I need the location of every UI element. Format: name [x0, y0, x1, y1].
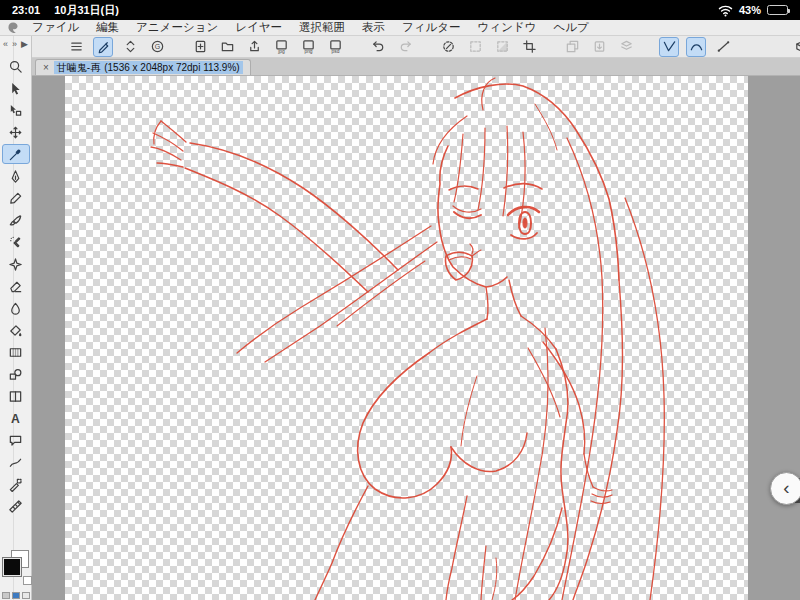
select-tool-icon[interactable] [2, 78, 30, 98]
pen-tool-icon[interactable] [2, 166, 30, 186]
layer-paste-icon [589, 37, 609, 57]
palette-chip-3[interactable] [22, 592, 30, 599]
collapse-right-icon[interactable]: » [12, 39, 17, 49]
gesture-settings-icon[interactable]: G [147, 37, 167, 57]
document-tab-title-highlight: 甘噛鬼-再 (1536 x 2048px 72dpi 113.9%) [54, 61, 243, 74]
export-psd-icon[interactable]: psd [325, 37, 345, 57]
snap-grid-icon[interactable] [713, 37, 733, 57]
perspective-box-icon[interactable] [791, 37, 800, 57]
pencil-tool-icon[interactable] [2, 188, 30, 208]
svg-text:jpg: jpg [277, 49, 285, 54]
layer-copy-icon [562, 37, 582, 57]
line-correct-tool-icon[interactable] [2, 452, 30, 472]
battery-percent-label: 43% [739, 4, 761, 16]
svg-text:psd: psd [331, 49, 339, 54]
svg-text:png: png [304, 49, 312, 54]
frame-tool-icon[interactable] [2, 386, 30, 406]
menu-item-9[interactable]: ヘルプ [553, 20, 588, 35]
brush-tool-icon[interactable] [2, 210, 30, 230]
menu-items: ファイル編集アニメーションレイヤー選択範囲表示フィルターウィンドウヘルプ [32, 20, 589, 35]
document-title: 甘噛鬼-再 [57, 61, 100, 75]
canvas-area [32, 76, 800, 600]
fill-tool-icon[interactable] [2, 320, 30, 340]
export-png-icon[interactable]: png [298, 37, 318, 57]
menu-item-4[interactable]: レイヤー [235, 20, 282, 35]
object-tool-icon[interactable] [2, 100, 30, 120]
share-export-icon[interactable] [244, 37, 264, 57]
eraser-tool-icon[interactable] [2, 276, 30, 296]
menu-item-5[interactable]: 選択範囲 [299, 20, 345, 35]
transparent-color-chip[interactable] [23, 576, 32, 585]
menu-item-7[interactable]: フィルター [402, 20, 461, 35]
collapse-left-icon[interactable]: « [3, 39, 8, 49]
document-info: (1536 x 2048px 72dpi 113.9%) [104, 62, 239, 73]
document-canvas[interactable] [65, 76, 748, 600]
crop-icon[interactable] [519, 37, 539, 57]
selection-pen-tool-icon[interactable] [2, 474, 30, 494]
undo-icon[interactable] [368, 37, 388, 57]
svg-text:G: G [154, 43, 159, 50]
play-icon[interactable]: ▶ [21, 39, 28, 49]
battery-icon [767, 5, 788, 15]
figure-tool-icon[interactable] [2, 364, 30, 384]
toolbar: Gjpgpngpsd? [32, 36, 800, 58]
status-bar: 23:01 10月31日(日) 43% [0, 0, 800, 20]
palette-chip-2[interactable] [12, 592, 20, 599]
snap-ruler-icon[interactable] [659, 37, 679, 57]
menu-bar: ファイル編集アニメーションレイヤー選択範囲表示フィルターウィンドウヘルプ [0, 20, 800, 36]
tool-list: A [0, 56, 31, 516]
color-swatches[interactable] [0, 548, 32, 590]
chevron-left-icon: ‹ [783, 477, 789, 499]
wifi-icon [718, 4, 733, 17]
blend-tool-icon[interactable] [2, 298, 30, 318]
new-canvas-icon[interactable] [190, 37, 210, 57]
clock: 23:01 [12, 4, 40, 16]
airbrush-tool-icon[interactable] [2, 232, 30, 252]
menu-item-6[interactable]: 表示 [362, 20, 385, 35]
clip-studio-logo[interactable] [6, 21, 22, 35]
document-tab[interactable]: × 甘噛鬼-再 (1536 x 2048px 72dpi 113.9%) [35, 59, 251, 75]
main-color-swatch[interactable] [3, 558, 21, 576]
main-menu-icon[interactable] [66, 37, 86, 57]
toolbar-separator [422, 46, 431, 47]
menu-item-2[interactable]: 編集 [96, 20, 119, 35]
deselect-icon[interactable] [438, 37, 458, 57]
zoom-tool-icon[interactable] [2, 56, 30, 76]
left-tool-rail: «»▶ A [0, 36, 32, 600]
text-tool-icon[interactable]: A [2, 408, 30, 428]
invert-selection-icon [492, 37, 512, 57]
pen-settings-icon[interactable] [93, 37, 113, 57]
toolbar-separator [546, 46, 555, 47]
toolbar-separator [352, 46, 361, 47]
status-right: 43% [718, 4, 788, 17]
snap-special-ruler-icon[interactable] [686, 37, 706, 57]
edge-handle-button[interactable]: ‹ [770, 472, 800, 505]
tool-switcher-icon[interactable] [120, 37, 140, 57]
menu-item-1[interactable]: ファイル [32, 20, 79, 35]
menu-item-3[interactable]: アニメーション [136, 20, 218, 35]
open-file-icon[interactable] [217, 37, 237, 57]
mini-palette[interactable] [2, 592, 30, 599]
battery-tip [788, 9, 790, 13]
menu-item-8[interactable]: ウィンドウ [478, 20, 537, 35]
toolbar-items: Gjpgpngpsd? [66, 37, 800, 57]
svg-text:A: A [11, 412, 20, 426]
status-date: 10月31日(日) [54, 3, 119, 18]
toolbar-gap [740, 46, 784, 47]
close-tab-icon[interactable]: × [43, 63, 49, 73]
decoration-tool-icon[interactable] [2, 254, 30, 274]
toolbar-separator [643, 46, 652, 47]
status-left: 23:01 10月31日(日) [12, 3, 119, 18]
tab-bar: × 甘噛鬼-再 (1536 x 2048px 72dpi 113.9%) [32, 58, 800, 76]
gradient-tool-icon[interactable] [2, 342, 30, 362]
ruler-tool-icon[interactable] [2, 496, 30, 516]
toolbar-separator [174, 46, 183, 47]
export-jpg-icon[interactable]: jpg [271, 37, 291, 57]
eyedropper-tool-icon[interactable] [2, 144, 30, 164]
balloon-tool-icon[interactable] [2, 430, 30, 450]
move-tool-icon[interactable] [2, 122, 30, 142]
sketch-drawing [65, 76, 748, 600]
select-area-icon [465, 37, 485, 57]
palette-chip-1[interactable] [2, 592, 10, 599]
redo-icon [395, 37, 415, 57]
